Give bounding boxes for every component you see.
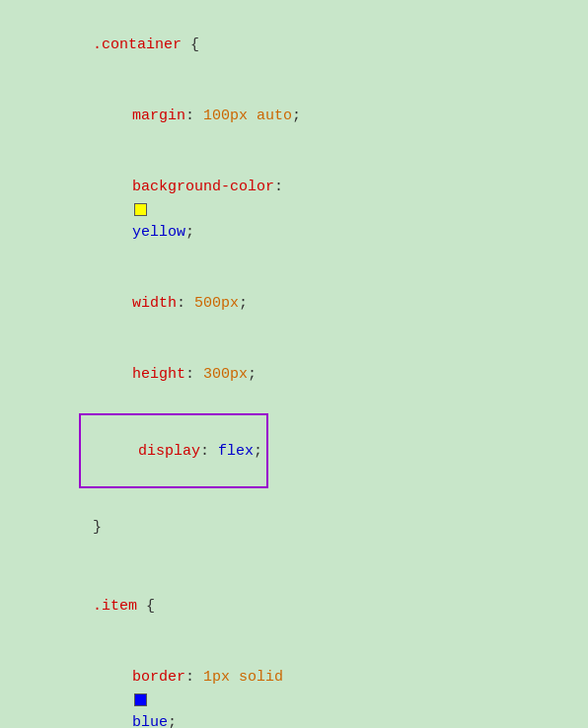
line-close-container: } [0,492,588,563]
blue-swatch [134,693,147,706]
code-editor: .container { margin: 100px auto; backgro… [0,0,588,728]
display-flex-highlight: display: flex; [79,413,268,488]
line-bg-color-yellow: background-color: yellow; [0,152,588,268]
line-height: height: 300px; [0,339,588,410]
line-blank-1 [0,563,588,571]
line-width: width: 500px; [0,268,588,339]
yellow-swatch [134,203,147,216]
line-margin: margin: 100px auto; [0,81,588,152]
line-display-flex: display: flex; [0,409,588,492]
line-border: border: 1px solid blue; [0,642,588,729]
line-item-selector: .item { [0,571,588,642]
line-container-selector: .container { [0,10,588,81]
